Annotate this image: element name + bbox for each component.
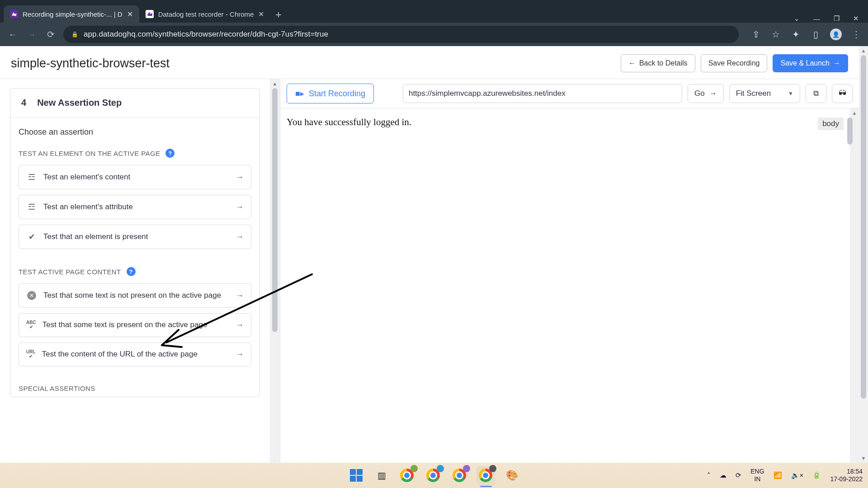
scrollbar-thumb[interactable] — [861, 55, 866, 399]
clock[interactable]: 18:54 17-09-2022 — [830, 468, 863, 483]
lang-bottom: IN — [750, 475, 764, 483]
maximize-icon[interactable]: ❐ — [834, 14, 840, 23]
browser-toolbar: ← → ⟳ 🔒 app.datadoghq.com/synthetics/bro… — [0, 23, 868, 46]
browser-tab-1[interactable]: Recording simple-synthetic-... | D ✕ — [4, 5, 139, 23]
section-page-label: TEST ACTIVE PAGE CONTENT ? — [19, 267, 251, 276]
start-button[interactable] — [347, 466, 365, 484]
save-and-launch-button[interactable]: Save & Launch → — [773, 54, 848, 72]
preview-panel: ■▸ Start Recording https://simplemvcapp.… — [280, 79, 859, 469]
wifi-icon[interactable]: 📶 — [774, 471, 782, 479]
tab-search-icon[interactable]: ⌄ — [794, 14, 800, 23]
close-icon[interactable]: ✕ — [127, 10, 133, 19]
assert-element-content[interactable]: ☲ Test an element's content → — [19, 165, 251, 189]
arrow-right-icon: → — [236, 291, 244, 300]
left-scrollbar[interactable]: ▲ ▼ — [270, 79, 280, 469]
assert-element-attribute[interactable]: ☲ Test an element's attribute → — [19, 195, 251, 219]
start-recording-button[interactable]: ■▸ Start Recording — [287, 84, 374, 103]
scroll-up-icon[interactable]: ▲ — [861, 46, 866, 55]
windows-taskbar: ▥ 🎨 ˄ ☁ ⟳ ENG IN 📶 🔈× 🔋 18:54 17-09-2022 — [0, 463, 868, 488]
scroll-down-icon[interactable]: ▼ — [861, 454, 866, 463]
page-preview[interactable]: You have successfully logged in. body ▲ … — [280, 108, 859, 469]
time: 18:54 — [830, 468, 863, 476]
task-view-button[interactable]: ▥ — [373, 466, 391, 484]
lock-icon: 🔒 — [71, 31, 78, 38]
chevron-up-icon[interactable]: ˄ — [707, 471, 711, 479]
page-scrollbar[interactable]: ▲ ▼ — [859, 46, 868, 463]
scrollbar-thumb[interactable] — [272, 88, 278, 332]
scroll-up-icon[interactable]: ▲ — [852, 108, 857, 117]
page-body: 4 New Assertion Step Choose an assertion… — [0, 79, 859, 469]
check-icon: ✔ — [26, 231, 37, 242]
save-recording-button[interactable]: Save Recording — [701, 54, 768, 72]
assert-text-not-present[interactable]: ✕ Test that some text is not present on … — [19, 283, 251, 308]
battery-icon[interactable]: 🔋 — [812, 471, 821, 479]
row-label: Test that some text is present on the ac… — [42, 320, 229, 330]
back-icon[interactable]: ← — [6, 29, 19, 40]
taskbar-chrome-4-active[interactable] — [476, 466, 495, 485]
left-panel-scroll[interactable]: 4 New Assertion Step Choose an assertion… — [0, 79, 270, 469]
preview-url-input[interactable]: https://simplemvcapp.azurewebsites.net/i… — [403, 84, 682, 103]
page-title: simple-synthetic-browser-test — [11, 56, 170, 70]
scroll-up-icon[interactable]: ▲ — [273, 79, 278, 88]
arrow-right-icon: → — [236, 350, 244, 359]
taskbar-chrome-3[interactable] — [450, 466, 469, 485]
hovered-element-tag: body — [818, 117, 844, 130]
scrollbar-thumb[interactable] — [847, 117, 853, 145]
x-circle-icon: ✕ — [26, 290, 37, 301]
step-title: New Assertion Step — [37, 98, 122, 108]
url-text: app.datadoghq.com/synthetics/browser/rec… — [84, 30, 328, 39]
viewer-toolbar: ■▸ Start Recording https://simplemvcapp.… — [280, 79, 859, 108]
reload-icon[interactable]: ⟳ — [44, 29, 57, 40]
back-to-details-button[interactable]: ← Back to Details — [621, 54, 695, 72]
fit-screen-select[interactable]: Fit Screen ▼ — [729, 84, 800, 103]
sidepanel-icon[interactable]: ▯ — [810, 29, 821, 40]
volume-icon[interactable]: 🔈× — [791, 471, 804, 479]
list-icon: ☲ — [26, 172, 37, 183]
step-header: 4 New Assertion Step — [10, 89, 259, 117]
forward-icon[interactable]: → — [25, 29, 38, 40]
section-special-label: SPECIAL ASSERTIONS — [19, 385, 251, 392]
address-bar[interactable]: 🔒 app.datadoghq.com/synthetics/browser/r… — [63, 26, 739, 43]
taskbar-paint[interactable]: 🎨 — [503, 466, 521, 484]
go-button[interactable]: Go → — [688, 84, 724, 103]
date: 17-09-2022 — [830, 475, 863, 483]
choose-assertion-label: Choose an assertion — [19, 127, 251, 137]
assert-url-content[interactable]: URL✔ Test the content of the URL of the … — [19, 343, 251, 366]
toolbar-right: ⇪ ☆ ✦ ▯ 👤 ⋮ — [745, 28, 862, 40]
sync-icon[interactable]: ⟳ — [736, 471, 741, 479]
new-tab-button[interactable]: ＋ — [270, 6, 287, 23]
taskbar-center: ▥ 🎨 — [347, 466, 521, 485]
share-icon[interactable]: ⇪ — [750, 29, 761, 40]
datadog-recorder-page: simple-synthetic-browser-test ← Back to … — [0, 46, 859, 488]
assertion-step-card: 4 New Assertion Step Choose an assertion… — [10, 88, 260, 397]
assert-text-present[interactable]: ABC✔ Test that some text is present on t… — [19, 313, 251, 337]
arrow-right-icon: → — [709, 89, 717, 98]
button-label: Start Recording — [309, 89, 365, 99]
button-label: Back to Details — [639, 59, 688, 67]
browser-tab-2[interactable]: Datadog test recorder - Chrome ✕ — [139, 5, 271, 23]
assert-element-present[interactable]: ✔ Test that an element is present → — [19, 225, 251, 249]
close-window-icon[interactable]: ✕ — [853, 14, 859, 23]
extensions-icon[interactable]: ✦ — [790, 29, 801, 40]
section-element-label: TEST AN ELEMENT ON THE ACTIVE PAGE ? — [19, 149, 251, 158]
open-new-window-button[interactable]: ⧉ — [806, 84, 826, 103]
taskbar-chrome-1[interactable] — [398, 466, 417, 485]
kebab-menu-icon[interactable]: ⋮ — [851, 29, 862, 40]
row-label: Test that an element is present — [43, 232, 229, 242]
button-label: Save & Launch — [780, 59, 830, 67]
preview-scrollbar[interactable]: ▲ ▼ — [850, 108, 859, 469]
close-icon[interactable]: ✕ — [258, 10, 264, 19]
row-label: Test the content of the URL of the activ… — [42, 349, 229, 360]
help-icon[interactable]: ? — [127, 267, 136, 276]
taskbar-chrome-2[interactable] — [424, 466, 443, 485]
preview-body-text: You have successfully logged in. — [287, 117, 411, 128]
help-icon[interactable]: ? — [165, 149, 175, 158]
profile-avatar-icon[interactable]: 👤 — [830, 28, 842, 40]
language-indicator[interactable]: ENG IN — [750, 468, 764, 483]
minimize-icon[interactable]: — — [813, 15, 820, 23]
onedrive-icon[interactable]: ☁ — [720, 471, 726, 479]
star-icon[interactable]: ☆ — [770, 29, 781, 40]
incognito-button[interactable]: 🕶 — [832, 84, 853, 103]
browser-tabstrip: Recording simple-synthetic-... | D ✕ Dat… — [0, 0, 868, 23]
video-icon: ■▸ — [295, 89, 304, 99]
